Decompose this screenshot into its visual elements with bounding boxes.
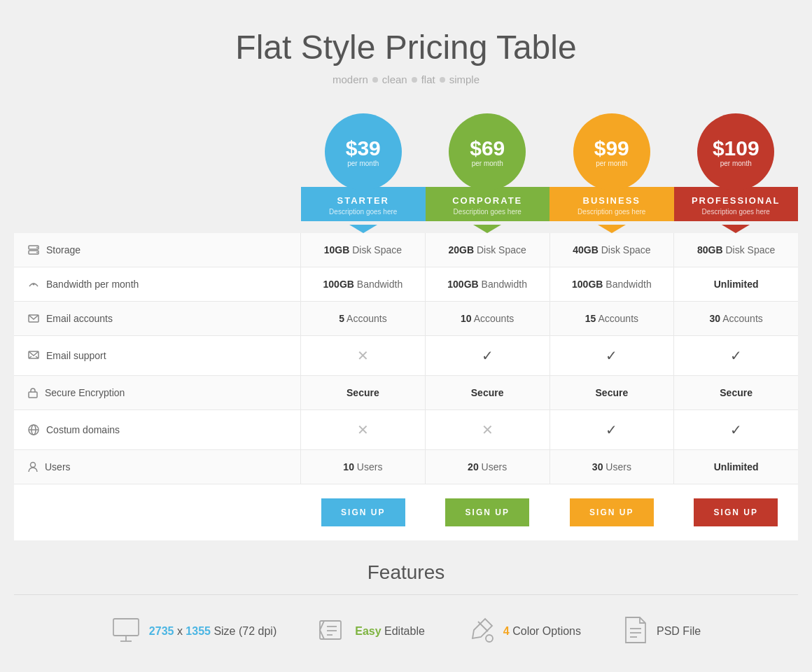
row-label: Costum domains — [46, 424, 120, 435]
cell-bold: 100GB — [323, 279, 354, 290]
x-icon: ✕ — [357, 348, 369, 363]
btn-spacer — [14, 498, 301, 526]
page-title: Flat Style Pricing Table — [14, 28, 798, 66]
row-label: Storage — [46, 244, 80, 255]
data-cell: Unlimited — [674, 450, 798, 484]
label-cell-5: Costum domains — [14, 410, 301, 449]
cell-bold: 15 — [585, 313, 596, 324]
tagline-simple: simple — [449, 74, 479, 85]
feature-item-2: 4 Color Options — [467, 616, 581, 647]
cell-bold: 10GB — [324, 244, 350, 255]
price-circle-business: $99 per month — [573, 113, 650, 190]
x-icon: ✕ — [482, 422, 493, 438]
name-block-corporate: CORPORATE Description goes here — [426, 187, 550, 221]
table-row: Email accounts 5 Accounts10 Accounts15 A… — [14, 302, 798, 336]
x-icon: ✕ — [357, 422, 369, 438]
feature-item-part: Easy — [355, 625, 381, 637]
data-cell: Secure — [674, 376, 798, 410]
check-icon: ✓ — [482, 348, 493, 363]
label-cell-0: Storage — [14, 233, 301, 267]
row-label: Users — [45, 461, 71, 472]
cell-bold: 40GB — [573, 244, 598, 255]
label-cell-4: Secure Encryption — [14, 376, 301, 410]
signup-button-professional[interactable]: SIGN UP — [694, 498, 778, 526]
header-spacer — [14, 113, 301, 233]
circle-wrapper-starter: $39 per month STARTER Description goes h… — [301, 113, 426, 233]
cell-text: Accounts — [720, 313, 763, 324]
feature-item-text-1: Easy Editable — [355, 625, 425, 638]
data-cell: 10 Accounts — [426, 302, 550, 335]
label-cell-1: Bandwidth per month — [14, 267, 301, 301]
feature-item-3: PSD File — [623, 616, 701, 647]
signup-cells: SIGN UPSIGN UPSIGN UPSIGN UP — [301, 498, 798, 526]
feature-item-part: 2735 — [149, 625, 174, 637]
plan-header-professional: $109 per month PROFESSIONAL Description … — [674, 113, 799, 233]
feature-item-icon-paint — [467, 616, 495, 647]
svg-point-11 — [31, 463, 36, 468]
feature-item-1: Easy Editable — [318, 617, 425, 646]
cell-text: Disk Space — [598, 244, 651, 255]
label-cell-2: Email accounts — [14, 302, 301, 335]
cell-bold: 100GB — [572, 279, 603, 290]
dot3 — [440, 77, 445, 83]
table-row: Costum domains ✕✕✓✓ — [14, 410, 798, 450]
circle-wrapper-corporate: $69 per month CORPORATE Description goes… — [426, 113, 550, 233]
cell-text: Accounts — [344, 313, 387, 324]
permonth-corporate: per month — [472, 160, 503, 167]
cell-bold: 20 — [468, 461, 479, 472]
plan-header-corporate: $69 per month CORPORATE Description goes… — [426, 113, 550, 233]
price-circle-starter: $39 per month — [325, 113, 402, 190]
data-cell: Secure — [301, 376, 426, 410]
price-corporate: $69 — [470, 136, 505, 160]
name-block-starter: STARTER Description goes here — [301, 187, 426, 221]
cell-bold: Secure — [471, 387, 504, 398]
row-icon-user — [28, 461, 38, 472]
features-section: Features 2735 x 1355 Size (72 dpi)Easy E… — [14, 561, 798, 647]
svg-point-4 — [33, 284, 35, 286]
svg-point-20 — [486, 635, 493, 642]
features-divider — [14, 594, 798, 595]
row-icon-globe — [28, 424, 39, 435]
check-icon: ✓ — [606, 422, 617, 438]
feature-item-text-2: 4 Color Options — [503, 625, 581, 638]
plan-desc-starter: Description goes here — [301, 208, 426, 216]
cell-bold: 80GB — [697, 244, 723, 255]
plan-header-starter: $39 per month STARTER Description goes h… — [301, 113, 426, 233]
row-label: Email support — [46, 350, 106, 361]
cell-bold: 10 — [461, 313, 472, 324]
cell-bold: 5 — [339, 313, 344, 324]
signup-button-starter[interactable]: SIGN UP — [321, 498, 405, 526]
feature-item-icon-file — [623, 616, 648, 647]
row-icon-support — [28, 351, 39, 360]
data-cell: 30 Accounts — [674, 302, 798, 335]
row-icon-lock — [28, 387, 38, 398]
signup-cell-business: SIGN UP — [550, 498, 674, 526]
circle-wrapper-professional: $109 per month PROFESSIONAL Description … — [674, 113, 799, 233]
arrow-corporate — [473, 225, 501, 233]
cell-bold: Unlimited — [714, 279, 759, 290]
svg-point-3 — [36, 252, 38, 253]
table-row: Users 10 Users20 Users30 UsersUnlimited — [14, 450, 798, 484]
cell-text: Bandwidth — [354, 279, 402, 290]
signup-cell-professional: SIGN UP — [674, 498, 799, 526]
data-cell: ✕ — [301, 336, 426, 375]
cell-bold: 100GB — [447, 279, 478, 290]
feature-item-text-0: 2735 x 1355 Size (72 dpi) — [149, 625, 276, 638]
arrow-starter — [349, 225, 377, 233]
check-icon: ✓ — [606, 348, 617, 363]
permonth-professional: per month — [720, 160, 752, 167]
dot1 — [372, 77, 378, 83]
table-row: Bandwidth per month 100GB Bandwidth100GB… — [14, 267, 798, 302]
data-cell: 20 Users — [426, 450, 550, 484]
feature-item-icon-monitor — [111, 617, 141, 645]
row-icon-storage — [28, 245, 39, 255]
cell-text: Bandwidth — [479, 279, 527, 290]
svg-point-2 — [36, 247, 38, 248]
feature-item-text-3: PSD File — [657, 625, 701, 638]
data-cell: Unlimited — [674, 267, 798, 301]
signup-button-business[interactable]: SIGN UP — [570, 498, 654, 526]
signup-button-corporate[interactable]: SIGN UP — [445, 498, 529, 526]
data-cell: ✓ — [674, 336, 798, 375]
table-row: Secure Encryption SecureSecureSecureSecu… — [14, 376, 798, 410]
name-block-professional: PROFESSIONAL Description goes here — [674, 187, 799, 221]
